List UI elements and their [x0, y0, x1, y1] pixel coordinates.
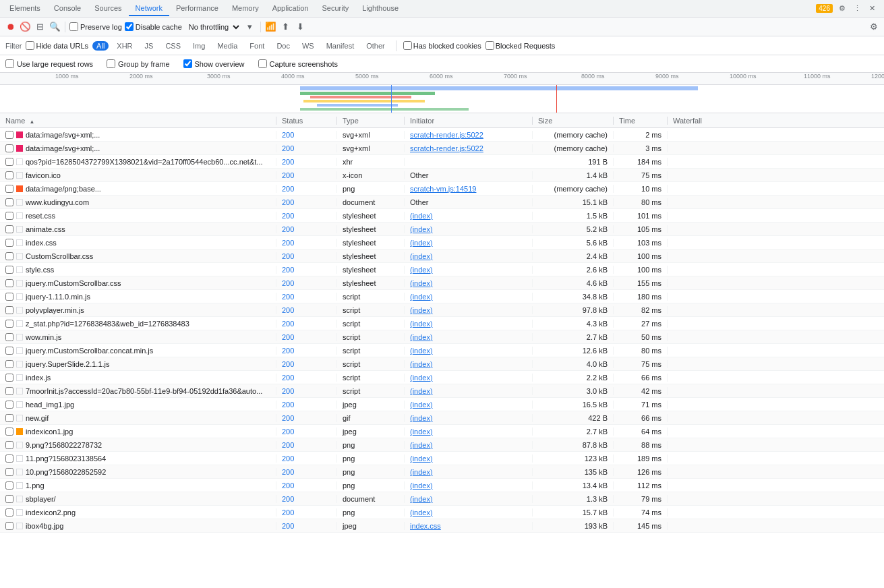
filter-type-media[interactable]: Media: [213, 41, 241, 51]
more-icon[interactable]: ⋮: [852, 3, 862, 14]
initiator-link[interactable]: scratch-vm.js:14519: [410, 185, 476, 193]
table-row[interactable]: data:image/png;base...200pngscratch-vm.j…: [0, 182, 884, 196]
table-row[interactable]: data:image/svg+xml;...200svg+xmlscratch-…: [0, 128, 884, 142]
use-large-rows-label[interactable]: Use large request rows: [5, 59, 93, 68]
row-select-checkbox[interactable]: [5, 428, 13, 436]
row-select-checkbox[interactable]: [5, 333, 13, 341]
table-row[interactable]: reset.css200stylesheet(index)1.5 kB101 m…: [0, 209, 884, 223]
row-select-checkbox[interactable]: [5, 468, 13, 476]
cell-initiator[interactable]: (index): [405, 266, 533, 274]
row-select-checkbox[interactable]: [5, 481, 13, 490]
export-button[interactable]: ⬇: [295, 21, 307, 33]
initiator-link[interactable]: (index): [410, 441, 433, 449]
close-devtools-icon[interactable]: ✕: [866, 3, 877, 14]
dock-settings-icon[interactable]: ⚙: [868, 21, 880, 33]
blocked-requests-label[interactable]: Blocked Requests: [485, 41, 556, 50]
row-select-checkbox[interactable]: [5, 495, 13, 503]
row-select-checkbox[interactable]: [5, 347, 13, 355]
use-large-rows-checkbox[interactable]: [5, 59, 14, 68]
initiator-link[interactable]: (index): [410, 212, 433, 220]
table-row[interactable]: animate.css200stylesheet(index)5.2 kB105…: [0, 223, 884, 236]
cell-initiator[interactable]: scratch-vm.js:14519: [405, 185, 533, 193]
filter-type-manifest[interactable]: Manifest: [322, 41, 359, 51]
cell-initiator[interactable]: (index): [405, 468, 533, 476]
preserve-log-label[interactable]: Preserve log: [69, 22, 122, 31]
row-select-checkbox[interactable]: [5, 441, 13, 449]
table-row[interactable]: style.css200stylesheet(index)2.6 kB100 m…: [0, 263, 884, 276]
timeline-overview[interactable]: 1000 ms 2000 ms 3000 ms 4000 ms 5000 ms …: [0, 73, 884, 113]
row-select-checkbox[interactable]: [5, 212, 13, 220]
warning-badge[interactable]: 426: [816, 4, 833, 13]
table-row[interactable]: data:image/svg+xml;...200svg+xmlscratch-…: [0, 142, 884, 155]
table-row[interactable]: wow.min.js200script(index)2.7 kB50 ms: [0, 330, 884, 344]
tab-application[interactable]: Application: [266, 1, 316, 16]
throttle-down-icon[interactable]: ▾: [244, 21, 256, 33]
cell-initiator[interactable]: scratch-render.js:5022: [405, 131, 533, 139]
row-select-checkbox[interactable]: [5, 279, 13, 287]
initiator-link[interactable]: (index): [410, 387, 433, 395]
import-button[interactable]: ⬆: [280, 21, 292, 33]
row-select-checkbox[interactable]: [5, 252, 13, 260]
table-row[interactable]: indexicon1.jpg200jpeg(index)2.7 kB64 ms: [0, 425, 884, 438]
row-select-checkbox[interactable]: [5, 198, 13, 206]
tab-security[interactable]: Security: [315, 1, 355, 16]
preserve-log-checkbox[interactable]: [69, 22, 78, 31]
header-type[interactable]: Type: [337, 117, 405, 125]
table-row[interactable]: qos?pid=1628504372799X1398021&vid=2a170f…: [0, 155, 884, 169]
clear-button[interactable]: 🚫: [19, 21, 31, 33]
initiator-link[interactable]: (index): [410, 279, 433, 287]
table-row[interactable]: 1.png200png(index)13.4 kB112 ms: [0, 479, 884, 492]
filter-type-all[interactable]: All: [92, 41, 109, 51]
table-row[interactable]: indexicon2.png200png(index)15.7 kB74 ms: [0, 506, 884, 519]
cell-initiator[interactable]: (index): [405, 360, 533, 368]
tab-network[interactable]: Network: [129, 1, 169, 16]
tab-performance[interactable]: Performance: [169, 1, 225, 16]
row-select-checkbox[interactable]: [5, 239, 13, 247]
filter-icon-button[interactable]: ⊟: [34, 21, 46, 33]
blocked-requests-checkbox[interactable]: [485, 41, 494, 50]
initiator-link[interactable]: index.css: [410, 522, 441, 530]
row-select-checkbox[interactable]: [5, 414, 13, 422]
table-row[interactable]: jquery.SuperSlide.2.1.1.js200script(inde…: [0, 357, 884, 371]
filter-type-doc[interactable]: Doc: [272, 41, 294, 51]
table-row[interactable]: jquery-1.11.0.min.js200script(index)34.8…: [0, 290, 884, 303]
table-row[interactable]: ibox4bg.jpg200jpegindex.css193 kB145 ms: [0, 519, 884, 533]
initiator-link[interactable]: (index): [410, 333, 433, 341]
initiator-link[interactable]: (index): [410, 508, 433, 517]
initiator-link[interactable]: scratch-render.js:5022: [410, 144, 483, 152]
filter-type-xhr[interactable]: XHR: [113, 41, 136, 51]
has-blocked-cookies-checkbox[interactable]: [403, 41, 412, 50]
filter-type-ws[interactable]: WS: [298, 41, 318, 51]
initiator-link[interactable]: (index): [410, 495, 433, 503]
table-row[interactable]: 10.png?1568022852592200png(index)135 kB1…: [0, 465, 884, 479]
table-row[interactable]: 7moorInit.js?accessId=20ac7b80-55bf-11e9…: [0, 384, 884, 398]
hide-data-urls-checkbox[interactable]: [26, 41, 34, 50]
table-row[interactable]: favicon.ico200x-iconOther1.4 kB75 ms: [0, 169, 884, 182]
cell-initiator[interactable]: (index): [405, 279, 533, 287]
filter-type-js[interactable]: JS: [141, 41, 158, 51]
table-row[interactable]: polyvplayer.min.js200script(index)97.8 k…: [0, 303, 884, 317]
table-row[interactable]: 11.png?1568023138564200png(index)123 kB1…: [0, 452, 884, 465]
wifi-icon[interactable]: 📶: [265, 21, 277, 33]
table-body[interactable]: data:image/svg+xml;...200svg+xmlscratch-…: [0, 128, 884, 533]
initiator-link[interactable]: (index): [410, 225, 433, 233]
row-select-checkbox[interactable]: [5, 401, 13, 409]
disable-cache-checkbox[interactable]: [125, 22, 134, 31]
table-row[interactable]: jquery.mCustomScrollbar.css200stylesheet…: [0, 276, 884, 290]
initiator-link[interactable]: (index): [410, 266, 433, 274]
table-row[interactable]: sbplayer/200document(index)1.3 kB79 ms: [0, 492, 884, 506]
group-by-frame-label[interactable]: Group by frame: [107, 59, 169, 68]
cell-initiator[interactable]: (index): [405, 320, 533, 328]
initiator-link[interactable]: (index): [410, 428, 433, 436]
row-select-checkbox[interactable]: [5, 225, 13, 233]
row-select-checkbox[interactable]: [5, 131, 13, 139]
filter-type-img[interactable]: Img: [189, 41, 209, 51]
show-overview-checkbox[interactable]: [183, 59, 192, 68]
table-row[interactable]: www.kudingyu.com200documentOther15.1 kB8…: [0, 196, 884, 209]
throttle-select[interactable]: No throttling: [185, 21, 241, 33]
capture-screenshots-label[interactable]: Capture screenshots: [258, 59, 338, 68]
cell-initiator[interactable]: (index): [405, 333, 533, 341]
initiator-link[interactable]: (index): [410, 347, 433, 355]
cell-initiator[interactable]: (index): [405, 454, 533, 463]
tab-lighthouse[interactable]: Lighthouse: [355, 1, 405, 16]
